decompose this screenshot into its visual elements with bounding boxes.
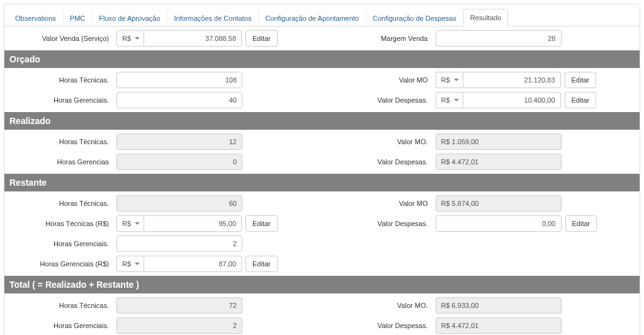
label-rest-valor-desp: Valor Despesas.	[322, 220, 436, 227]
input-orcado-horas-tec[interactable]	[116, 72, 242, 88]
label-orcado-horas-tec: Horas Técnicas.	[9, 76, 116, 84]
input-rest-valor-desp[interactable]	[436, 215, 562, 232]
label-orcado-valor-mo: Valor MO	[322, 76, 436, 84]
label-real-valor-desp: Valor Despesas.	[322, 158, 436, 166]
section-restante: Restante	[4, 174, 640, 191]
tab-observations[interactable]: Observations	[8, 9, 63, 26]
input-real-valor-mo	[436, 133, 562, 150]
label-total-horas-tec: Horas Técnicas.	[9, 302, 116, 309]
input-orcado-valor-desp[interactable]	[463, 92, 561, 108]
label-total-horas-ger: Horas Gerenciais.	[9, 322, 116, 329]
label-margem-venda: Margem Venda	[322, 35, 436, 42]
input-margem-venda[interactable]	[436, 30, 562, 47]
tab-resultado[interactable]: Resultado	[463, 9, 509, 26]
select-currency-orcado-mo[interactable]: R$	[436, 72, 463, 88]
label-rest-horas-ger: Horas Gerenciais.	[9, 240, 116, 247]
label-real-horas-ger: Horas Gerencias	[9, 158, 116, 166]
input-rest-valor-mo	[436, 195, 562, 212]
label-real-valor-mo: Valor MO.	[322, 138, 436, 145]
section-total: Total ( = Realizado + Restante )	[4, 276, 640, 293]
label-rest-horas-tec: Horas Técnicas.	[9, 200, 116, 207]
section-orcado: Orçado	[4, 50, 640, 68]
tab-config-apontamento[interactable]: Configuração de Apontamento	[258, 9, 366, 26]
label-real-horas-tec: Horas Técnicas.	[9, 138, 116, 145]
label-total-valor-desp: Valor Despesas.	[322, 322, 436, 329]
edit-valor-venda-button[interactable]: Editar	[246, 30, 278, 47]
input-rest-horas-tec-rs[interactable]	[144, 215, 242, 232]
edit-rest-desp-button[interactable]: Editar	[565, 215, 597, 232]
tab-info-contatos[interactable]: Informações de Contatos	[167, 9, 259, 26]
label-rest-valor-mo: Valor MO	[322, 200, 436, 207]
input-rest-horas-ger-rs[interactable]	[144, 256, 242, 272]
input-real-horas-ger	[116, 154, 242, 170]
select-currency-orcado-desp[interactable]: R$	[436, 92, 463, 108]
main-panel: Observations PMC Fluxo de Aprovação Info…	[4, 4, 640, 335]
input-valor-venda[interactable]	[144, 30, 242, 47]
tab-pmc[interactable]: PMC	[63, 9, 92, 26]
input-real-horas-tec	[116, 133, 242, 150]
tab-config-despesas[interactable]: Configuração de Despesas	[366, 9, 463, 26]
input-total-horas-ger	[116, 317, 242, 334]
edit-orcado-desp-button[interactable]: Editar	[565, 92, 597, 108]
input-total-horas-tec	[116, 297, 242, 314]
input-real-valor-desp	[436, 154, 562, 170]
label-orcado-valor-desp: Valor Despesas.	[322, 96, 436, 104]
input-total-valor-desp	[436, 317, 562, 334]
input-orcado-valor-mo[interactable]	[463, 72, 561, 88]
input-rest-horas-ger[interactable]	[116, 236, 242, 252]
tab-fluxo[interactable]: Fluxo de Aprovação	[92, 9, 167, 26]
select-currency-rest-ger[interactable]: R$	[116, 256, 144, 272]
label-orcado-horas-ger: Horas Gerenciais.	[9, 96, 116, 104]
label-rest-horas-tec-rs: Horas Técnicas (R$)	[9, 220, 116, 227]
tabbar: Observations PMC Fluxo de Aprovação Info…	[4, 4, 640, 26]
input-total-valor-mo	[436, 297, 562, 314]
input-rest-horas-tec	[116, 195, 242, 212]
label-valor-venda: Valor Venda (Serviço)	[9, 35, 116, 42]
edit-rest-tec-button[interactable]: Editar	[246, 215, 278, 232]
label-total-valor-mo: Valor MO.	[322, 302, 436, 309]
select-currency-venda[interactable]: R$	[116, 30, 144, 47]
edit-rest-ger-button[interactable]: Editar	[246, 256, 278, 272]
section-realizado: Realizado	[4, 112, 640, 130]
input-orcado-horas-ger[interactable]	[116, 92, 242, 108]
select-currency-rest-tec[interactable]: R$	[116, 215, 144, 232]
edit-orcado-mo-button[interactable]: Editar	[565, 72, 597, 88]
label-rest-horas-ger-rs: Horas Gerenciais (R$)	[9, 260, 116, 268]
